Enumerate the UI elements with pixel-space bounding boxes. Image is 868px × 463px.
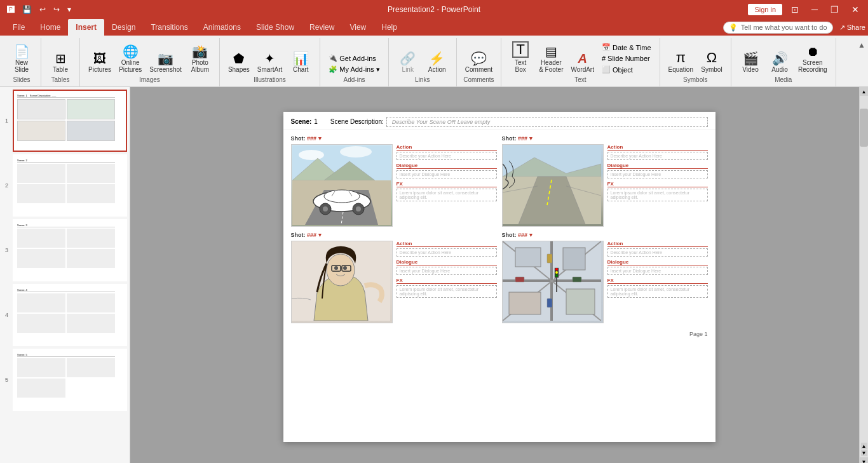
- tab-view[interactable]: View: [342, 19, 374, 36]
- slide-page: Scene: 1 Scene Description: Describe You…: [283, 112, 715, 442]
- fx-value-1[interactable]: Lorem ipsum dolor sit amet, consectetur …: [397, 189, 497, 201]
- tab-file[interactable]: File: [5, 19, 32, 36]
- road-svg: [503, 145, 601, 224]
- save-icon[interactable]: 💾: [20, 4, 34, 15]
- slide-thumb-1[interactable]: 1 Scene: 1Scene Description: ___: [13, 90, 127, 152]
- screenshot-button[interactable]: 📷 Screenshot: [146, 50, 185, 75]
- redo-icon[interactable]: ↪: [51, 4, 62, 15]
- shot-header-3: Shot: ### ▾: [291, 232, 497, 238]
- title-bar-right: Sign in ⊡ ─ ❐ ✕: [748, 3, 863, 16]
- slide-number-button[interactable]: # Slide Number: [599, 53, 654, 64]
- slide-canvas: Scene: 1 Scene Description: Describe You…: [130, 87, 868, 463]
- tab-animations[interactable]: Animations: [196, 19, 248, 36]
- smartart-button[interactable]: ✦ SmartArt: [254, 50, 285, 75]
- pictures-icon: 🖼: [93, 52, 106, 65]
- scene-description-input[interactable]: Describe Your Scene OR Leave empty: [386, 117, 708, 127]
- tab-design[interactable]: Design: [104, 19, 143, 36]
- pictures-button[interactable]: 🖼 Pictures: [85, 50, 114, 75]
- online-pictures-button[interactable]: 🌐 OnlinePictures: [116, 43, 145, 75]
- text-box-button[interactable]: T TextBox: [506, 39, 534, 75]
- fx-value-2[interactable]: Lorem ipsum dolor sit amet, consectetur …: [607, 189, 708, 201]
- window-title: Presentation2 - PowerPoint: [388, 5, 480, 14]
- tab-review[interactable]: Review: [302, 19, 342, 36]
- share-button[interactable]: ↗ Share: [839, 23, 865, 32]
- equation-button[interactable]: π Equation: [665, 49, 696, 75]
- video-button[interactable]: 🎬 Video: [736, 50, 764, 75]
- table-button[interactable]: ⊞ Table: [46, 50, 74, 75]
- sign-in-button[interactable]: Sign in: [748, 4, 782, 15]
- tab-help[interactable]: Help: [374, 19, 405, 36]
- link-button[interactable]: 🔗 Link: [394, 50, 422, 75]
- shot-header-4: Shot: ### ▾: [502, 232, 708, 238]
- title-bar-left: 🅿 💾 ↩ ↪ ▾: [5, 4, 73, 15]
- tell-me-text[interactable]: Tell me what you want to do: [741, 23, 827, 31]
- slide-thumb-4[interactable]: 4 Scene: 4: [13, 284, 127, 346]
- slide-thumb-inner-5: Scene: 5: [15, 351, 117, 408]
- slide-thumb-inner-3: Scene: 3: [15, 222, 117, 279]
- action-value-1[interactable]: Describe your Action Here: [397, 152, 497, 160]
- addins-group-label: Add-ins: [344, 76, 365, 85]
- header-footer-button[interactable]: ▤ Header& Footer: [536, 43, 566, 75]
- scroll-thumb[interactable]: [860, 109, 868, 147]
- video-icon: 🎬: [743, 52, 759, 65]
- tab-transitions[interactable]: Transitions: [143, 19, 195, 36]
- dialogue-value-4[interactable]: Insert your Dialogue Here: [607, 267, 708, 275]
- scene-desc-placeholder: Describe Your Scene OR Leave empty: [392, 119, 490, 125]
- tab-slideshow[interactable]: Slide Show: [248, 19, 302, 36]
- action-value-3[interactable]: Describe your Action Here: [397, 248, 497, 257]
- fx-value-4[interactable]: Lorem ipsum dolor sit amet, consectetur …: [607, 285, 708, 298]
- fx-value-3[interactable]: Lorem ipsum dolor sit amet, consectetur …: [397, 285, 497, 298]
- maximize-button[interactable]: ❐: [827, 3, 843, 16]
- action-value-4[interactable]: Describe your Action Here: [607, 248, 708, 257]
- minimize-button[interactable]: ─: [808, 3, 822, 16]
- slide-thumb-3[interactable]: 3 Scene: 3: [13, 219, 127, 281]
- scroll-expand-up[interactable]: ▲: [861, 443, 867, 449]
- shapes-button[interactable]: ⬟ Shapes: [225, 50, 253, 75]
- header-footer-icon: ▤: [545, 45, 557, 58]
- restore-view-icon[interactable]: ⊡: [787, 3, 803, 16]
- photo-album-button[interactable]: 📸 PhotoAlbum: [186, 43, 214, 75]
- comment-button[interactable]: 💬 Comment: [462, 50, 496, 75]
- action-value-2[interactable]: Describe your Action Here: [607, 152, 708, 160]
- object-button[interactable]: ⬜ Object: [599, 64, 654, 75]
- svg-point-42: [555, 271, 558, 274]
- scroll-up-arrow[interactable]: ▲: [860, 87, 868, 96]
- slide-thumb-2[interactable]: 2 Scene: 2: [13, 154, 127, 217]
- undo-icon[interactable]: ↩: [37, 4, 48, 15]
- svg-rect-44: [547, 254, 552, 263]
- tab-home[interactable]: Home: [32, 19, 68, 36]
- svg-point-13: [356, 206, 361, 211]
- symbol-icon: Ω: [707, 51, 717, 65]
- slide-thumb-5[interactable]: 5 Scene: 5: [13, 349, 127, 411]
- wordart-button[interactable]: A WordArt: [567, 50, 597, 75]
- dialogue-value-2[interactable]: Insert your Dialogue Here: [607, 170, 708, 178]
- get-addins-button[interactable]: 🔌 Get Add-ins: [325, 53, 383, 64]
- my-addins-button[interactable]: 🧩 My Add-ins ▾: [325, 64, 383, 75]
- customize-icon[interactable]: ▾: [65, 4, 73, 15]
- screenshot-icon: 📷: [158, 52, 173, 65]
- action-field-2: Action Describe your Action Here: [607, 144, 708, 160]
- text-box-icon: T: [512, 41, 528, 58]
- new-slide-button[interactable]: 📄 NewSlide: [8, 43, 36, 75]
- date-time-button[interactable]: 📅 Date & Time: [599, 42, 654, 53]
- tab-insert[interactable]: Insert: [68, 19, 104, 36]
- shot-body-1: Action Describe your Action Here Dialogu…: [291, 144, 497, 227]
- symbol-button[interactable]: Ω Symbol: [698, 49, 726, 75]
- vertical-scrollbar[interactable]: ▲ ▲ ▼ ▼: [859, 87, 868, 463]
- screen-recording-button[interactable]: ⏺ ScreenRecording: [795, 43, 831, 75]
- action-button[interactable]: ⚡ Action: [423, 50, 451, 75]
- dialogue-value-1[interactable]: Insert your Dialogue Here: [397, 170, 497, 178]
- close-button[interactable]: ✕: [848, 3, 863, 16]
- dialogue-value-3[interactable]: Insert your Dialogue Here: [397, 267, 497, 275]
- audio-button[interactable]: 🔊 Audio: [766, 50, 794, 75]
- svg-rect-47: [573, 277, 581, 282]
- scroll-expand-down[interactable]: ▼: [861, 450, 867, 456]
- action-label-1: Action: [397, 144, 497, 151]
- fx-label-4: FX: [607, 278, 708, 284]
- ribbon-group-tables: ⊞ Table Tables: [41, 38, 80, 86]
- ribbon-group-media: 🎬 Video 🔊 Audio ⏺ ScreenRecording Media: [731, 38, 836, 86]
- chart-button[interactable]: 📊 Chart: [287, 50, 315, 75]
- tell-me-bar[interactable]: 💡 Tell me what you want to do: [723, 22, 833, 34]
- scroll-down-arrow[interactable]: ▼: [860, 457, 868, 463]
- ribbon-collapse[interactable]: ▲: [858, 38, 865, 86]
